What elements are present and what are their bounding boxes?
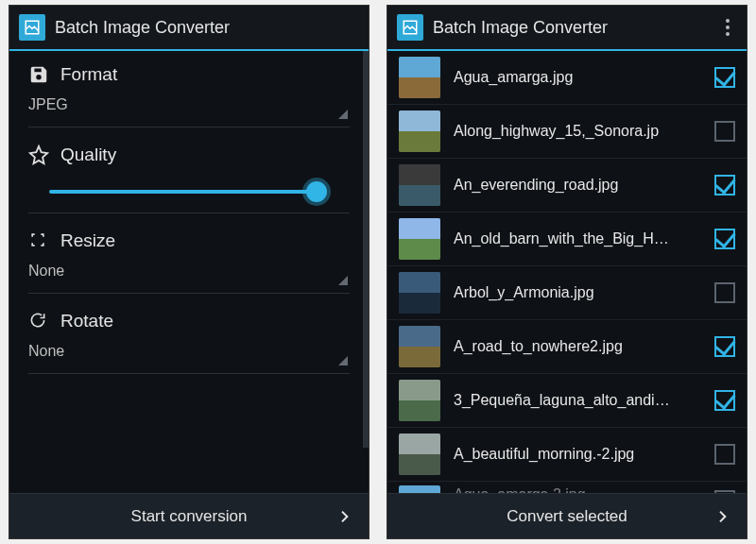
- app-icon: [19, 14, 45, 41]
- file-thumbnail: [399, 485, 440, 493]
- file-checkbox[interactable]: [714, 390, 735, 411]
- file-row[interactable]: Along_highway_15,_Sonora.jp: [387, 105, 747, 159]
- quality-slider[interactable]: [28, 171, 350, 207]
- file-checkbox[interactable]: [714, 282, 735, 303]
- convert-selected-button[interactable]: Convert selected: [387, 493, 747, 538]
- file-row[interactable]: Arbol_y_Armonia.jpg: [387, 266, 747, 320]
- file-row[interactable]: A_road_to_nowhere2.jpg: [387, 320, 747, 374]
- overflow-menu-icon[interactable]: [718, 14, 737, 41]
- file-list-screen: Batch Image Converter Agua_amarga.jpg Al…: [387, 6, 747, 538]
- app-title: Batch Image Converter: [55, 18, 359, 38]
- file-name: 3_Pequeña_laguna_alto_andi…: [454, 392, 701, 409]
- file-checkbox[interactable]: [714, 229, 735, 249]
- file-thumbnail: [399, 164, 440, 206]
- resize-icon: [28, 230, 49, 251]
- file-checkbox[interactable]: [714, 444, 735, 465]
- file-row[interactable]: An_old_barn_with_the_Big_H…: [387, 212, 747, 266]
- action-bar: Batch Image Converter: [387, 6, 747, 51]
- rotate-spinner[interactable]: None: [28, 337, 350, 367]
- file-name: An_old_barn_with_the_Big_H…: [454, 230, 701, 247]
- file-thumbnail: [399, 326, 440, 367]
- star-icon: [28, 144, 49, 165]
- resize-spinner[interactable]: None: [28, 257, 350, 287]
- rotate-icon: [28, 311, 49, 332]
- chevron-right-icon: [336, 507, 352, 531]
- file-name: Agua_amarga 2.jpg: [454, 486, 701, 493]
- rotate-label: Rotate: [60, 311, 113, 332]
- chevron-right-icon: [714, 507, 730, 531]
- quality-section: Quality: [9, 131, 369, 217]
- save-icon: [28, 64, 49, 85]
- file-row[interactable]: An_everending_road.jpg: [387, 159, 747, 212]
- start-conversion-button[interactable]: Start conversion: [9, 493, 369, 538]
- rotate-section: Rotate None: [9, 298, 369, 378]
- file-thumbnail: [399, 218, 440, 260]
- app-title: Batch Image Converter: [433, 18, 709, 38]
- file-name: A_beautiful_morning.-2.jpg: [454, 446, 701, 463]
- file-row[interactable]: Agua_amarga.jpg: [387, 51, 747, 105]
- file-checkbox[interactable]: [714, 67, 735, 88]
- quality-label: Quality: [60, 144, 116, 165]
- file-thumbnail: [399, 57, 440, 98]
- file-name: A_road_to_nowhere2.jpg: [454, 338, 701, 355]
- file-row[interactable]: A_beautiful_morning.-2.jpg: [387, 428, 747, 482]
- file-thumbnail: [399, 272, 440, 314]
- settings-screen: Batch Image Converter Format JPEG Qualit…: [9, 6, 369, 538]
- format-label: Format: [60, 64, 117, 85]
- file-thumbnail: [399, 110, 440, 152]
- settings-content: Format JPEG Quality: [9, 51, 369, 493]
- file-name: Agua_amarga.jpg: [454, 69, 701, 86]
- file-name: An_everending_road.jpg: [454, 177, 701, 194]
- file-checkbox[interactable]: [714, 175, 735, 196]
- file-checkbox[interactable]: [714, 336, 735, 357]
- app-icon: [397, 14, 423, 41]
- resize-section: Resize None: [9, 217, 369, 298]
- format-spinner[interactable]: JPEG: [28, 91, 350, 121]
- file-list-content: Agua_amarga.jpg Along_highway_15,_Sonora…: [387, 51, 747, 493]
- resize-label: Resize: [60, 230, 115, 251]
- file-thumbnail: [399, 380, 440, 421]
- file-row[interactable]: 3_Pequeña_laguna_alto_andi…: [387, 374, 747, 428]
- action-bar: Batch Image Converter: [9, 6, 369, 51]
- file-row[interactable]: Agua_amarga 2.jpg: [387, 482, 747, 493]
- file-checkbox[interactable]: [714, 121, 735, 142]
- format-section: Format JPEG: [9, 51, 369, 131]
- slider-thumb[interactable]: [306, 181, 327, 202]
- file-thumbnail: [399, 434, 440, 475]
- file-name: Along_highway_15,_Sonora.jp: [454, 123, 701, 140]
- file-name: Arbol_y_Armonia.jpg: [454, 284, 701, 301]
